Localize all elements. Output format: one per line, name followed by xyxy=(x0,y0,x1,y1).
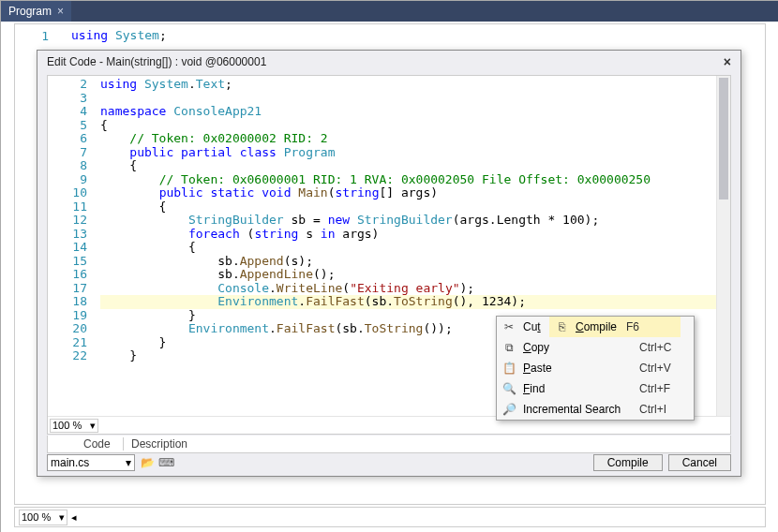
menu-shortcut: Ctrl+C xyxy=(639,341,694,354)
editor-zoom-dropdown[interactable]: 100 % ▾ xyxy=(50,419,98,433)
chevron-down-icon: ▾ xyxy=(126,456,131,469)
col-code[interactable]: Code xyxy=(76,437,124,451)
scroll-left-icon[interactable]: ◂ xyxy=(71,511,77,524)
menu-item-compile[interactable]: ⎘CompileF6 xyxy=(549,317,681,337)
dialog-title: Edit Code - Main(string[]) : void @06000… xyxy=(47,55,266,68)
dialog-footer: main.cs ▾ 📂 ⌨ Compile Cancel xyxy=(47,453,731,472)
menu-item-incremental-search[interactable]: 🔎Incremental SearchCtrl+I xyxy=(497,399,694,420)
menu-label: Copy xyxy=(521,341,639,354)
tab-bar: Program × xyxy=(1,1,778,22)
menu-item-paste[interactable]: 📋PasteCtrl+V xyxy=(497,358,694,378)
menu-icon: ⎘ xyxy=(549,320,574,333)
chevron-down-icon: ▾ xyxy=(59,511,65,524)
outer-zoom-bar: 100 % ▾ ◂ xyxy=(14,507,766,527)
code-line: using System; xyxy=(71,28,167,42)
menu-icon: ⧉ xyxy=(497,341,521,354)
close-icon[interactable]: × xyxy=(57,5,64,18)
col-description[interactable]: Description xyxy=(124,437,195,451)
cancel-button[interactable]: Cancel xyxy=(668,454,731,471)
menu-label: Find xyxy=(521,382,639,395)
chevron-down-icon: ▾ xyxy=(90,420,96,432)
menu-item-find[interactable]: 🔍FindCtrl+F xyxy=(497,378,694,399)
compile-button[interactable]: Compile xyxy=(593,454,663,471)
vertical-scrollbar[interactable] xyxy=(716,76,730,417)
folder-open-icon[interactable]: 📂 xyxy=(141,456,154,469)
menu-label: Compile xyxy=(574,320,626,333)
menu-icon: 🔍 xyxy=(497,382,521,395)
menu-shortcut: Ctrl+V xyxy=(639,362,694,375)
line-number: 1 xyxy=(15,28,58,45)
menu-shortcut: F6 xyxy=(626,320,681,333)
line-numbers: 2345678910111213141516171819202122 xyxy=(48,76,97,417)
menu-label: Incremental Search xyxy=(521,403,639,416)
menu-shortcut: Ctrl+I xyxy=(639,403,694,416)
error-list-header: Code Description xyxy=(47,436,731,453)
menu-icon: ✂ xyxy=(497,320,521,333)
context-menu: ⎘CompileF6✂CutCtrl+X⧉CopyCtrl+C📋PasteCtr… xyxy=(496,316,695,421)
menu-shortcut: Ctrl+F xyxy=(639,382,694,395)
menu-icon: 📋 xyxy=(497,362,521,375)
dialog-titlebar[interactable]: Edit Code - Main(string[]) : void @06000… xyxy=(37,51,741,73)
filename-combo[interactable]: main.cs ▾ xyxy=(47,454,135,471)
close-icon[interactable]: × xyxy=(724,54,731,69)
menu-icon: 🔎 xyxy=(497,403,521,416)
keyboard-icon[interactable]: ⌨ xyxy=(159,456,172,469)
menu-item-copy[interactable]: ⧉CopyCtrl+C xyxy=(497,337,694,358)
menu-label: Paste xyxy=(521,362,639,375)
tab-program[interactable]: Program × xyxy=(1,1,71,22)
zoom-dropdown[interactable]: 100 % ▾ xyxy=(19,510,67,525)
tab-label: Program xyxy=(8,5,52,18)
